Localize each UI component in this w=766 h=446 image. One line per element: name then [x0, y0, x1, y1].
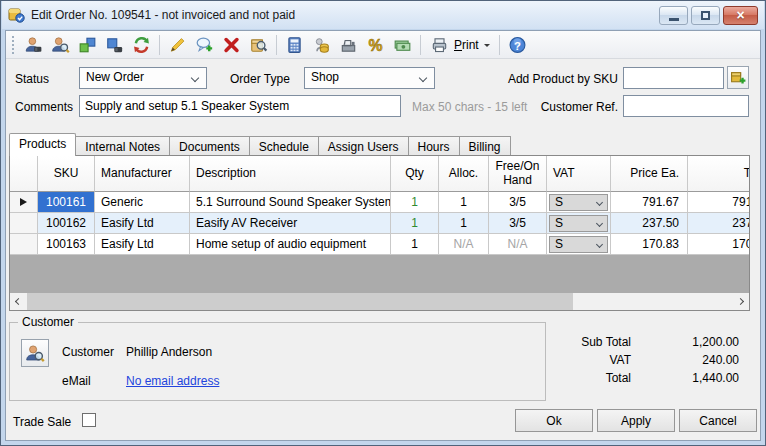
- cell-alloc[interactable]: 1: [439, 213, 489, 234]
- add-product-by-sku-label: Add Product by SKU: [506, 72, 618, 86]
- cell-alloc[interactable]: N/A: [439, 234, 489, 255]
- cell-description[interactable]: Home setup of audio equipment: [190, 234, 391, 255]
- column-header-qty[interactable]: Qty: [391, 156, 439, 192]
- maximize-icon: [701, 11, 710, 20]
- column-header-vat[interactable]: VAT: [547, 156, 611, 192]
- order-type-combo[interactable]: Shop: [304, 67, 435, 89]
- cell-total[interactable]: 170.83: [688, 234, 750, 255]
- column-header-sku[interactable]: SKU: [38, 156, 95, 192]
- minimize-icon: [669, 18, 679, 21]
- find-customer-detail-button[interactable]: [21, 339, 49, 367]
- till-button[interactable]: [336, 33, 361, 57]
- scrollbar-thumb[interactable]: [27, 293, 573, 310]
- close-button[interactable]: ×: [723, 6, 758, 25]
- maximize-button[interactable]: [691, 6, 720, 25]
- refresh-button[interactable]: [129, 33, 154, 57]
- vat-dropdown[interactable]: S: [549, 194, 608, 211]
- cell-free-on-hand[interactable]: 3/5: [489, 192, 547, 213]
- comments-input[interactable]: Supply and setup 5.1 Speaker System: [79, 95, 401, 117]
- current-row-icon: [20, 198, 27, 206]
- cell-total[interactable]: 791.67: [688, 192, 750, 213]
- close-icon: ×: [736, 8, 744, 22]
- column-header-total[interactable]: Total: [688, 156, 750, 192]
- delete-item-button[interactable]: [219, 33, 244, 57]
- column-header-manufacturer[interactable]: Manufacturer: [95, 156, 190, 192]
- column-header-alloc[interactable]: Alloc.: [439, 156, 489, 192]
- row-selector[interactable]: [10, 234, 38, 255]
- calculator-button[interactable]: [282, 33, 307, 57]
- add-comment-button[interactable]: [192, 33, 217, 57]
- product-details-icon: [78, 36, 97, 54]
- trade-sale-checkbox[interactable]: [82, 413, 96, 427]
- cell-qty[interactable]: 1: [391, 234, 439, 255]
- customer-ref-input[interactable]: [623, 95, 749, 117]
- tab-schedule[interactable]: Schedule: [250, 136, 319, 156]
- tab-internal-notes[interactable]: Internal Notes: [76, 136, 170, 156]
- cell-manufacturer[interactable]: Easify Ltd: [95, 213, 190, 234]
- title-bar: Edit Order No. 109541 - not invoiced and…: [2, 1, 764, 29]
- product-details-button[interactable]: [75, 33, 100, 57]
- scroll-left-button[interactable]: [10, 293, 27, 310]
- cell-sku[interactable]: 100163: [38, 234, 95, 255]
- minimize-button[interactable]: [659, 6, 688, 25]
- cell-manufacturer[interactable]: Generic: [95, 192, 190, 213]
- cancel-button[interactable]: Cancel: [679, 409, 757, 432]
- status-label: Status: [15, 72, 49, 86]
- find-product-button[interactable]: [102, 33, 127, 57]
- cell-qty[interactable]: 1: [391, 213, 439, 234]
- total-value: 1,440.00: [629, 371, 739, 385]
- print-button[interactable]: Print: [426, 33, 494, 57]
- find-customer-button[interactable]: [48, 33, 73, 57]
- cell-description[interactable]: 5.1 Surround Sound Speaker System: [190, 192, 391, 213]
- cell-price-ea[interactable]: 237.50: [611, 213, 688, 234]
- cell-vat: S: [547, 192, 611, 213]
- cell-free-on-hand[interactable]: N/A: [489, 234, 547, 255]
- cell-alloc[interactable]: 1: [439, 192, 489, 213]
- toolbar-grip[interactable]: [12, 36, 14, 54]
- cell-manufacturer[interactable]: Easify Ltd: [95, 234, 190, 255]
- chevron-down-icon: [191, 74, 199, 82]
- vat-dropdown[interactable]: S: [549, 215, 608, 232]
- scroll-right-button[interactable]: [732, 293, 749, 310]
- tab-billing[interactable]: Billing: [460, 136, 511, 156]
- row-selector[interactable]: [10, 192, 38, 213]
- ok-button[interactable]: Ok: [515, 409, 593, 432]
- cell-total[interactable]: 237.50: [688, 213, 750, 234]
- row-selector[interactable]: [10, 213, 38, 234]
- cell-sku[interactable]: 100161: [38, 192, 95, 213]
- column-header-price-ea[interactable]: Price Ea.: [611, 156, 688, 192]
- horizontal-scrollbar[interactable]: [10, 293, 749, 310]
- cell-free-on-hand[interactable]: 3/5: [489, 213, 547, 234]
- help-button[interactable]: ?: [505, 33, 530, 57]
- discount-button[interactable]: %: [363, 33, 388, 57]
- cell-description[interactable]: Easify AV Receiver: [190, 213, 391, 234]
- add-product-button[interactable]: [727, 66, 749, 89]
- cell-sku[interactable]: 100162: [38, 213, 95, 234]
- column-header-description[interactable]: Description: [190, 156, 391, 192]
- customer-groupbox-legend: Customer: [18, 315, 78, 329]
- chevron-left-icon: [15, 298, 22, 305]
- vat-dropdown[interactable]: S: [549, 236, 608, 253]
- refresh-icon: [132, 36, 151, 54]
- customer-details-button[interactable]: [21, 33, 46, 57]
- tab-assign-users[interactable]: Assign Users: [319, 136, 409, 156]
- status-combo[interactable]: New Order: [79, 67, 207, 89]
- comments-label: Comments: [15, 100, 73, 114]
- payments-button[interactable]: [309, 33, 334, 57]
- apply-button[interactable]: Apply: [597, 409, 675, 432]
- chevron-down-icon: [596, 240, 603, 247]
- chevron-down-icon: [419, 74, 427, 82]
- cell-price-ea[interactable]: 170.83: [611, 234, 688, 255]
- cell-price-ea[interactable]: 791.67: [611, 192, 688, 213]
- cell-qty[interactable]: 1: [391, 192, 439, 213]
- add-product-by-sku-input[interactable]: [623, 67, 724, 89]
- column-header-free-on-hand[interactable]: Free/On Hand: [489, 156, 547, 192]
- email-link[interactable]: No email address: [126, 374, 219, 388]
- money-button[interactable]: [390, 33, 415, 57]
- edit-item-button[interactable]: [165, 33, 190, 57]
- tab-products[interactable]: Products: [9, 133, 76, 156]
- tab-hours[interactable]: Hours: [409, 136, 460, 156]
- products-grid: SKU Manufacturer Description Qty Alloc. …: [9, 155, 750, 311]
- find-item-button[interactable]: [246, 33, 271, 57]
- tab-documents[interactable]: Documents: [170, 136, 250, 156]
